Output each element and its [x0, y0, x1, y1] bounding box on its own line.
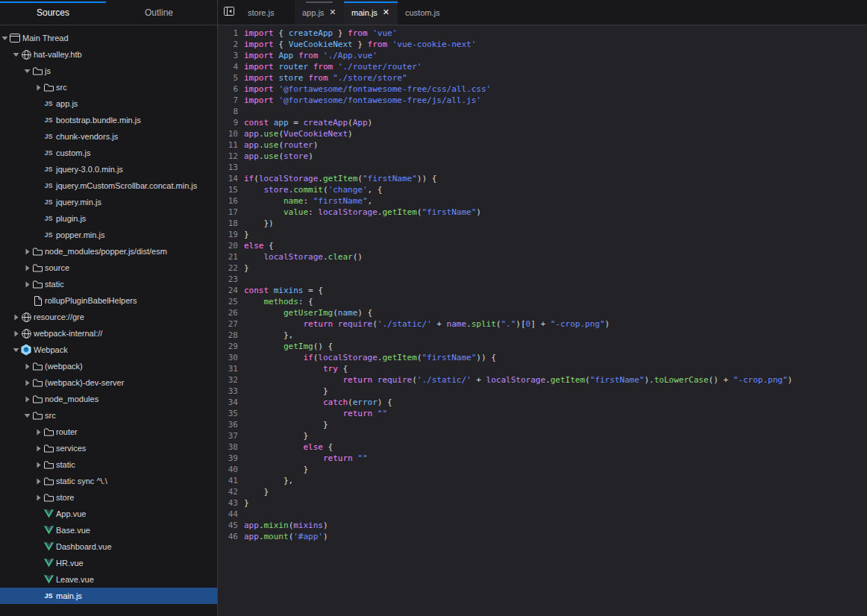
line-number[interactable]: 30: [218, 352, 238, 363]
tree-row[interactable]: JSapp.js: [0, 95, 217, 112]
tree-row[interactable]: App.vue: [0, 506, 217, 522]
chevron-right-icon[interactable]: [24, 396, 32, 403]
source-tab-store-js[interactable]: store.js: [240, 0, 295, 25]
chevron-down-icon[interactable]: [13, 347, 21, 353]
tree-row[interactable]: JSmain.js: [0, 588, 217, 604]
line-number[interactable]: 31: [218, 363, 238, 374]
tree-row[interactable]: (webpack): [0, 358, 217, 374]
line-number[interactable]: 12: [218, 151, 238, 162]
line-number[interactable]: 35: [218, 408, 238, 419]
tree-row[interactable]: src: [0, 407, 217, 424]
line-number[interactable]: 24: [218, 285, 238, 296]
code-editor[interactable]: 1234567891011121314151617181920212223242…: [218, 25, 867, 616]
tree-row[interactable]: static sync ^\.\: [0, 473, 217, 489]
chevron-right-icon[interactable]: [35, 445, 43, 452]
line-number[interactable]: 9: [218, 117, 238, 128]
chevron-right-icon[interactable]: [24, 281, 32, 288]
chevron-right-icon[interactable]: [24, 363, 32, 370]
chevron-down-icon[interactable]: [1, 35, 10, 42]
chevron-right-icon[interactable]: [35, 462, 43, 468]
tree-row[interactable]: JSjquery.min.js: [0, 194, 217, 210]
line-number[interactable]: 8: [218, 106, 238, 117]
line-number[interactable]: 36: [218, 419, 238, 430]
tree-row[interactable]: JSbootstrap.bundle.min.js: [0, 112, 217, 128]
line-number[interactable]: 39: [218, 453, 238, 464]
chevron-down-icon[interactable]: [24, 68, 32, 75]
line-number[interactable]: 41: [218, 475, 238, 486]
line-number[interactable]: 44: [218, 509, 238, 520]
tree-row[interactable]: (webpack)-dev-server: [0, 374, 217, 391]
tree-row[interactable]: JSpopper.min.js: [0, 227, 217, 243]
line-number[interactable]: 10: [218, 128, 238, 139]
tab-sources[interactable]: Sources: [0, 0, 106, 25]
line-number[interactable]: 43: [218, 497, 238, 509]
tree-row[interactable]: node_modules: [0, 391, 217, 407]
line-number[interactable]: 42: [218, 486, 238, 497]
line-number[interactable]: 27: [218, 318, 238, 330]
line-number[interactable]: 23: [218, 274, 238, 285]
line-number[interactable]: 2: [218, 39, 238, 50]
line-number[interactable]: 33: [218, 386, 238, 397]
source-tab-app-js[interactable]: app.js✕: [295, 0, 344, 25]
tree-row[interactable]: JSchunk-vendors.js: [0, 128, 217, 145]
tree-row[interactable]: rollupPluginBabelHelpers: [0, 292, 217, 309]
line-number[interactable]: 17: [218, 207, 238, 218]
line-number[interactable]: 4: [218, 61, 238, 72]
source-tab-main-js[interactable]: main.js✕: [344, 0, 398, 25]
tree-row[interactable]: router: [0, 424, 217, 440]
line-number[interactable]: 29: [218, 341, 238, 352]
line-number[interactable]: 3: [218, 50, 238, 61]
tree-row[interactable]: static: [0, 276, 217, 292]
chevron-down-icon[interactable]: [24, 412, 32, 419]
tree-row[interactable]: src: [0, 79, 217, 95]
chevron-right-icon[interactable]: [35, 84, 43, 91]
line-number[interactable]: 37: [218, 430, 238, 441]
line-number[interactable]: 46: [218, 531, 238, 542]
collapse-panes-button[interactable]: [218, 0, 240, 25]
line-number[interactable]: 26: [218, 307, 238, 318]
close-tab-icon[interactable]: ✕: [383, 8, 389, 16]
line-number[interactable]: 6: [218, 84, 238, 95]
tree-row[interactable]: Webpack: [0, 342, 217, 358]
tree-row[interactable]: services: [0, 440, 217, 456]
line-number[interactable]: 21: [218, 251, 238, 263]
tree-row[interactable]: source: [0, 260, 217, 276]
line-number[interactable]: 34: [218, 397, 238, 408]
line-number[interactable]: 20: [218, 240, 238, 251]
tree-row[interactable]: JScustom.js: [0, 145, 217, 161]
tree-row[interactable]: Dashboard.vue: [0, 538, 217, 555]
line-number[interactable]: 25: [218, 296, 238, 307]
tree-row[interactable]: HR.vue: [0, 555, 217, 571]
line-number[interactable]: 22: [218, 263, 238, 274]
chevron-right-icon[interactable]: [35, 494, 43, 501]
tree-row[interactable]: hat-valley.htb: [0, 46, 217, 63]
line-number[interactable]: 7: [218, 95, 238, 106]
chevron-right-icon[interactable]: [35, 429, 43, 436]
line-number[interactable]: 28: [218, 330, 238, 341]
line-number[interactable]: 32: [218, 374, 238, 386]
chevron-right-icon[interactable]: [13, 314, 21, 321]
tree-row[interactable]: JSplugin.js: [0, 210, 217, 227]
tree-row[interactable]: Main Thread: [0, 30, 217, 46]
tree-row[interactable]: Base.vue: [0, 522, 217, 538]
close-tab-icon[interactable]: ✕: [329, 8, 336, 16]
tree-row[interactable]: static: [0, 456, 217, 473]
line-number[interactable]: 16: [218, 195, 238, 207]
tree-row[interactable]: resource://gre: [0, 309, 217, 325]
line-number[interactable]: 45: [218, 520, 238, 531]
tree-row[interactable]: Leave.vue: [0, 571, 217, 588]
chevron-right-icon[interactable]: [24, 380, 32, 386]
chevron-down-icon[interactable]: [13, 51, 21, 58]
tree-row[interactable]: node_modules/popper.js/dist/esm: [0, 243, 217, 260]
tree-row[interactable]: JSjquery.mCustomScrollbar.concat.min.js: [0, 177, 217, 194]
tree-row[interactable]: JSjquery-3.0.0.min.js: [0, 161, 217, 177]
tree-row[interactable]: store: [0, 489, 217, 506]
tree-row[interactable]: webpack-internal://: [0, 325, 217, 342]
line-number[interactable]: 40: [218, 464, 238, 475]
line-number[interactable]: 15: [218, 184, 238, 195]
line-number[interactable]: 13: [218, 162, 238, 173]
line-number[interactable]: 1: [218, 28, 238, 39]
chevron-right-icon[interactable]: [24, 248, 32, 255]
line-number[interactable]: 19: [218, 229, 238, 240]
source-tab-custom-js[interactable]: custom.js: [398, 0, 451, 25]
